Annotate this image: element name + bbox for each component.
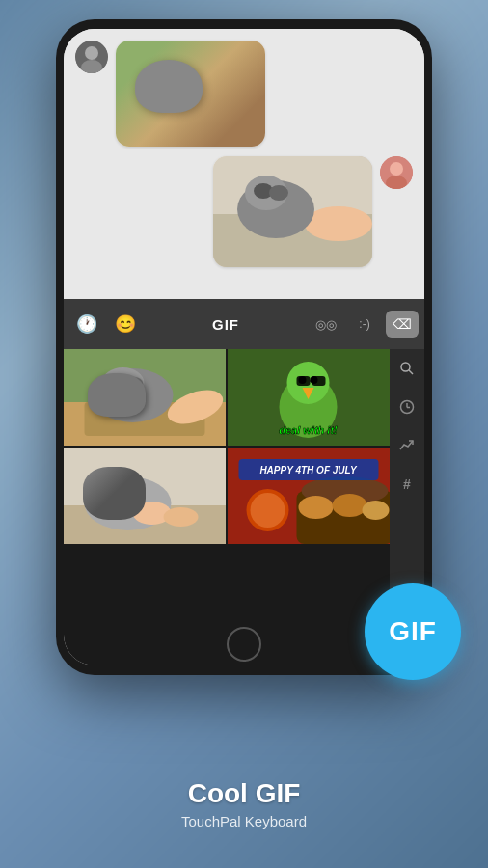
svg-point-46 bbox=[299, 496, 334, 519]
hashtag-sidebar-icon[interactable]: # bbox=[393, 471, 420, 498]
home-button[interactable] bbox=[227, 627, 261, 662]
search-sidebar-icon[interactable] bbox=[393, 355, 420, 382]
svg-point-16 bbox=[93, 368, 174, 422]
svg-point-35 bbox=[99, 475, 124, 494]
svg-point-4 bbox=[390, 162, 403, 176]
svg-point-36 bbox=[118, 476, 141, 496]
message-row-left bbox=[75, 41, 413, 147]
svg-point-12 bbox=[269, 185, 288, 201]
delete-button[interactable]: ⌫ bbox=[386, 311, 419, 338]
avatar-female bbox=[380, 156, 413, 189]
gif-grid-container: deal with it! bbox=[64, 349, 424, 623]
svg-point-18 bbox=[113, 375, 130, 389]
gif-cell-4th-july[interactable]: HAPPY 4TH OF JULY bbox=[228, 448, 390, 544]
svg-point-8 bbox=[305, 206, 372, 241]
recent-sidebar-icon[interactable] bbox=[393, 393, 420, 420]
svg-point-34 bbox=[92, 467, 146, 509]
svg-point-19 bbox=[126, 377, 144, 391]
emoticon-icon[interactable]: :-) bbox=[347, 307, 382, 341]
gif-cell-deal-with-it[interactable]: deal with it! bbox=[228, 349, 390, 446]
svg-point-37 bbox=[111, 493, 126, 502]
gif-grid: deal with it! bbox=[64, 349, 390, 623]
gif-badge[interactable]: GIF bbox=[365, 583, 461, 680]
emoji-icon[interactable]: 😊 bbox=[108, 307, 143, 341]
svg-point-17 bbox=[102, 367, 145, 398]
chat-area bbox=[64, 29, 424, 299]
gif-cat-image-left bbox=[116, 41, 265, 147]
svg-point-51 bbox=[401, 363, 410, 371]
app-title: Cool GIF bbox=[0, 778, 488, 809]
svg-point-47 bbox=[333, 494, 367, 517]
message-row-right bbox=[75, 156, 413, 267]
svg-rect-28 bbox=[312, 376, 326, 386]
svg-text:deal with it!: deal with it! bbox=[279, 424, 338, 436]
keyboard-area: 🕐 😊 GIF ◎◎ :-) ⌫ bbox=[64, 299, 424, 623]
gif-cell-cat-mat[interactable] bbox=[64, 349, 226, 446]
phone-screen: 🕐 😊 GIF ◎◎ :-) ⌫ bbox=[64, 29, 424, 665]
phone-device: 🕐 😊 GIF ◎◎ :-) ⌫ bbox=[56, 19, 432, 675]
svg-point-38 bbox=[115, 496, 122, 502]
gif-message-right[interactable] bbox=[213, 156, 372, 267]
gif-message-left[interactable] bbox=[116, 41, 265, 147]
svg-line-52 bbox=[409, 370, 413, 374]
bottom-text-area: Cool GIF TouchPal Keyboard bbox=[0, 778, 488, 829]
svg-point-40 bbox=[164, 507, 199, 527]
svg-text:HAPPY 4TH OF JULY: HAPPY 4TH OF JULY bbox=[259, 465, 358, 475]
gif-badge-label: GIF bbox=[389, 616, 437, 647]
svg-rect-27 bbox=[297, 376, 311, 386]
apps-icon[interactable]: ◎◎ bbox=[309, 307, 343, 341]
svg-point-48 bbox=[363, 501, 390, 520]
avatar-male bbox=[75, 41, 108, 73]
gif-cell-husky[interactable] bbox=[64, 448, 226, 544]
keyboard-toolbar: 🕐 😊 GIF ◎◎ :-) ⌫ bbox=[64, 299, 424, 349]
svg-point-43 bbox=[251, 493, 285, 528]
gif-tab-label[interactable]: GIF bbox=[147, 316, 305, 333]
svg-point-1 bbox=[85, 46, 98, 60]
clock-icon[interactable]: 🕐 bbox=[69, 307, 104, 341]
gif-husky-image bbox=[213, 156, 372, 267]
app-subtitle: TouchPal Keyboard bbox=[0, 813, 488, 829]
trending-sidebar-icon[interactable] bbox=[393, 432, 420, 459]
gif-sidebar: # bbox=[390, 349, 424, 623]
